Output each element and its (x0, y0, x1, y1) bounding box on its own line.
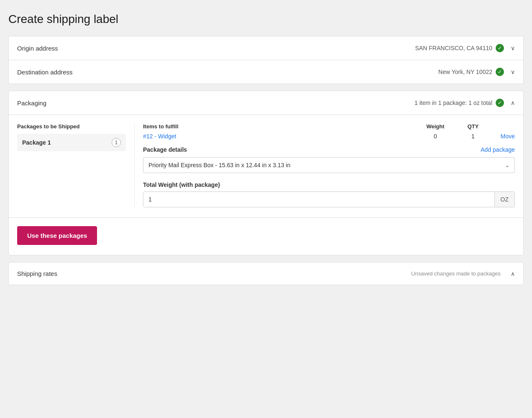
destination-address-value: New York, NY 10022 (438, 69, 492, 75)
origin-chevron-down-icon: ∨ (511, 45, 515, 51)
total-weight-label: Total Weight (with package) (143, 181, 515, 188)
item-qty: 1 (456, 133, 490, 140)
item-weight: 0 (414, 133, 456, 140)
package-details-label: Package details (143, 146, 187, 153)
use-packages-section: Use these packages (9, 217, 523, 255)
destination-address-row[interactable]: Destination address New York, NY 10022 ✓… (9, 60, 523, 84)
packages-col-header: Packages to be Shipped (17, 123, 126, 130)
packaging-chevron-up-icon: ∧ (511, 99, 515, 106)
items-header-row: Items to fulfill Weight QTY (143, 123, 515, 130)
package-select-wrapper: Priority Mail Express Box - 15.63 in x 1… (143, 157, 515, 173)
origin-address-value: SAN FRANCISCO, CA 94110 (415, 45, 492, 51)
shipping-rates-card: Shipping rates Unsaved changes made to p… (8, 262, 524, 285)
add-package-link[interactable]: Add package (481, 146, 515, 153)
action-col-header (490, 123, 515, 130)
packages-left: Packages to be Shipped Package 1 1 (17, 123, 134, 207)
weight-col-header: Weight (414, 123, 456, 130)
weight-input[interactable] (143, 192, 494, 207)
packaging-header[interactable]: Packaging 1 item in 1 package: 1 oz tota… (9, 91, 523, 115)
packaging-summary: 1 item in 1 package: 1 oz total (414, 99, 492, 106)
qty-col-header: QTY (456, 123, 490, 130)
package-1-item[interactable]: Package 1 1 (17, 134, 126, 151)
destination-address-meta: New York, NY 10022 ✓ ∨ (438, 68, 515, 76)
use-packages-button[interactable]: Use these packages (17, 226, 97, 245)
packaging-label: Packaging (17, 99, 46, 107)
packaging-card: Packaging 1 item in 1 package: 1 oz tota… (8, 91, 524, 255)
shipping-rates-meta: Unsaved changes made to packages ∧ (411, 270, 515, 277)
move-button[interactable]: Move (490, 133, 515, 140)
packaging-verified-icon: ✓ (496, 99, 504, 107)
item-link[interactable]: #12 - Widget (143, 133, 414, 140)
package-1-label: Package 1 (22, 139, 51, 146)
items-data-row: #12 - Widget 0 1 Move (143, 133, 515, 140)
shipping-rates-chevron-up-icon: ∧ (511, 270, 515, 277)
origin-verified-icon: ✓ (496, 44, 504, 52)
package-details-section: Package details Add package Priority Mai… (143, 146, 515, 207)
destination-verified-icon: ✓ (496, 68, 504, 76)
weight-input-wrapper: OZ (143, 191, 515, 207)
origin-address-card: Origin address SAN FRANCISCO, CA 94110 ✓… (8, 36, 524, 84)
shipping-rates-header[interactable]: Shipping rates Unsaved changes made to p… (9, 263, 523, 285)
origin-address-meta: SAN FRANCISCO, CA 94110 ✓ ∨ (415, 44, 515, 52)
weight-unit-label: OZ (494, 192, 514, 207)
origin-address-label: Origin address (17, 45, 58, 52)
destination-chevron-down-icon: ∨ (511, 69, 515, 75)
origin-address-row[interactable]: Origin address SAN FRANCISCO, CA 94110 ✓… (9, 36, 523, 60)
weight-section: Total Weight (with package) OZ (143, 181, 515, 207)
package-details-header: Package details Add package (143, 146, 515, 153)
unsaved-changes-text: Unsaved changes made to packages (411, 270, 501, 277)
page-title: Create shipping label (8, 8, 524, 26)
shipping-rates-label: Shipping rates (17, 270, 57, 277)
items-col-header: Items to fulfill (143, 123, 414, 130)
package-1-badge: 1 (112, 138, 121, 147)
packaging-body: Packages to be Shipped Package 1 1 Items… (9, 115, 523, 217)
packages-right: Items to fulfill Weight QTY #12 - Widget… (134, 123, 515, 207)
packaging-meta: 1 item in 1 package: 1 oz total ✓ ∧ (414, 99, 515, 107)
package-type-select[interactable]: Priority Mail Express Box - 15.63 in x 1… (143, 157, 515, 173)
packages-grid: Packages to be Shipped Package 1 1 Items… (17, 123, 515, 207)
destination-address-label: Destination address (17, 69, 73, 76)
